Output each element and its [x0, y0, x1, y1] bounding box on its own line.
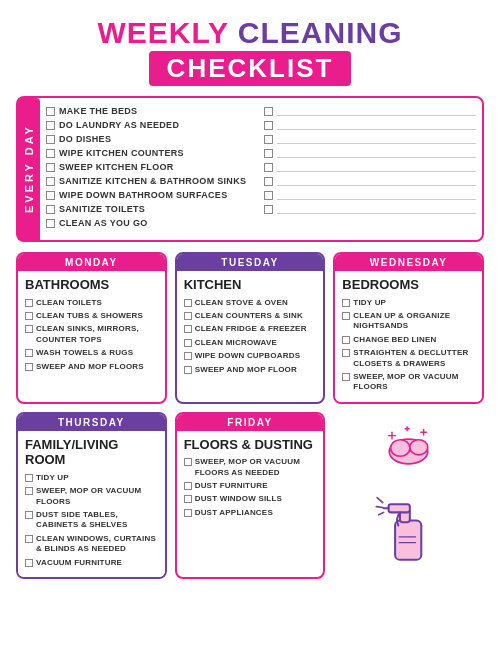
- checkbox[interactable]: [25, 312, 33, 320]
- checkbox[interactable]: [46, 191, 55, 200]
- blank-line: [264, 204, 476, 214]
- decorative-area: [333, 412, 484, 579]
- title-area: WEEKLY CLEANING CHECKLIST: [16, 16, 484, 86]
- svg-line-13: [377, 498, 383, 503]
- title-checklist: CHECKLIST: [149, 51, 352, 86]
- list-item: CLEAN COUNTERS & SINK: [184, 311, 317, 321]
- checkbox[interactable]: [184, 495, 192, 503]
- checkbox[interactable]: [46, 205, 55, 214]
- checkbox[interactable]: [184, 325, 192, 333]
- tuesday-subtitle: KITCHEN: [184, 277, 317, 293]
- svg-line-15: [378, 512, 383, 514]
- list-item: CLEAN AS YOU GO: [46, 218, 258, 228]
- checkbox[interactable]: [25, 299, 33, 307]
- checkbox[interactable]: [342, 299, 350, 307]
- friday-header: FRIDAY: [177, 414, 324, 431]
- checkbox[interactable]: [25, 559, 33, 567]
- checkbox[interactable]: [25, 349, 33, 357]
- list-item: DUST FURNITURE: [184, 481, 317, 491]
- svg-point-1: [391, 440, 410, 457]
- blank-line: [264, 134, 476, 144]
- list-item: SWEEP KITCHEN FLOOR: [46, 162, 258, 172]
- list-item: CLEAN SINKS, MIRRORS, COUNTER TOPS: [25, 324, 158, 345]
- list-item: DUST WINDOW SILLS: [184, 494, 317, 504]
- checkbox[interactable]: [25, 511, 33, 519]
- list-item: SWEEP, MOP OR VACUUM FLOORS AS NEEDED: [184, 457, 317, 478]
- checkbox[interactable]: [25, 535, 33, 543]
- list-item: TIDY UP: [25, 473, 158, 483]
- friday-body: FLOORS & DUSTING SWEEP, MOP OR VACUUM FL…: [177, 431, 324, 528]
- list-item: CLEAN TUBS & SHOWERS: [25, 311, 158, 321]
- list-item: SWEEP, MOP OR VACUUM FLOORS: [25, 486, 158, 507]
- svg-point-2: [410, 440, 428, 455]
- monday-header: MONDAY: [18, 254, 165, 271]
- list-item: DO DISHES: [46, 134, 258, 144]
- checkbox[interactable]: [342, 312, 350, 320]
- checkbox[interactable]: [184, 366, 192, 374]
- checkbox[interactable]: [342, 349, 350, 357]
- title-weekly: WEEKLY: [97, 16, 228, 49]
- list-item: SWEEP AND MOP FLOORS: [25, 362, 158, 372]
- list-item: CHANGE BED LINEN: [342, 335, 475, 345]
- checkbox[interactable]: [184, 352, 192, 360]
- wednesday-subtitle: BEDROOMS: [342, 277, 475, 293]
- checkbox[interactable]: [46, 149, 55, 158]
- checkbox[interactable]: [46, 135, 55, 144]
- checkbox[interactable]: [184, 312, 192, 320]
- checkbox[interactable]: [46, 163, 55, 172]
- list-item: WIPE DOWN BATHROOM SURFACES: [46, 190, 258, 200]
- checkbox[interactable]: [342, 336, 350, 344]
- list-item: CLEAN MICROWAVE: [184, 338, 317, 348]
- checkbox[interactable]: [264, 177, 273, 186]
- list-item: DUST APPLIANCES: [184, 508, 317, 518]
- checkbox[interactable]: [46, 177, 55, 186]
- checkbox[interactable]: [264, 121, 273, 130]
- checkbox[interactable]: [184, 458, 192, 466]
- title-cleaning: CLEANING: [238, 16, 403, 49]
- wednesday-card: WEDNESDAY BEDROOMS TIDY UP CLEAN UP & OR…: [333, 252, 484, 404]
- checkbox[interactable]: [264, 149, 273, 158]
- list-item: VACUUM FURNITURE: [25, 558, 158, 568]
- list-item: TIDY UP: [342, 298, 475, 308]
- blank-line: [264, 120, 476, 130]
- checkbox[interactable]: [264, 135, 273, 144]
- blank-line: [264, 162, 476, 172]
- list-item: WIPE DOWN CUPBOARDS: [184, 351, 317, 361]
- list-item: CLEAN TOILETS: [25, 298, 158, 308]
- list-item: MAKE THE BEDS: [46, 106, 258, 116]
- monday-body: BATHROOMS CLEAN TOILETS CLEAN TUBS & SHO…: [18, 271, 165, 381]
- list-item: CLEAN STOVE & OVEN: [184, 298, 317, 308]
- monday-card: MONDAY BATHROOMS CLEAN TOILETS CLEAN TUB…: [16, 252, 167, 404]
- checkbox[interactable]: [264, 205, 273, 214]
- checkbox[interactable]: [184, 299, 192, 307]
- everyday-col-tasks: MAKE THE BEDS DO LAUNDRY AS NEEDED DO DI…: [46, 106, 258, 232]
- checkbox[interactable]: [46, 107, 55, 116]
- sparkle-cloud-icon: [381, 423, 436, 473]
- list-item: SWEEP, MOP OR VACUUM FLOORS: [342, 372, 475, 393]
- checkbox[interactable]: [264, 163, 273, 172]
- svg-line-14: [376, 507, 383, 508]
- friday-subtitle: FLOORS & DUSTING: [184, 437, 317, 453]
- checkbox[interactable]: [25, 325, 33, 333]
- checkbox[interactable]: [25, 363, 33, 371]
- svg-rect-9: [395, 520, 421, 559]
- checkbox[interactable]: [184, 482, 192, 490]
- everyday-col-blanks: [264, 106, 476, 232]
- checkbox[interactable]: [342, 373, 350, 381]
- checkbox[interactable]: [46, 219, 55, 228]
- wednesday-header: WEDNESDAY: [335, 254, 482, 271]
- days-grid-bottom: THURSDAY FAMILY/LIVING ROOM TIDY UP SWEE…: [16, 412, 484, 579]
- checkbox[interactable]: [264, 191, 273, 200]
- checkbox[interactable]: [25, 487, 33, 495]
- checkbox[interactable]: [46, 121, 55, 130]
- spray-bottle-icon: [369, 478, 449, 568]
- checkbox[interactable]: [25, 474, 33, 482]
- list-item: DUST SIDE TABLES, CABINETS & SHELVES: [25, 510, 158, 531]
- thursday-subtitle: FAMILY/LIVING ROOM: [25, 437, 158, 468]
- checkbox[interactable]: [184, 339, 192, 347]
- checkbox[interactable]: [264, 107, 273, 116]
- list-item: SANITIZE KITCHEN & BATHROOM SINKS: [46, 176, 258, 186]
- blank-line: [264, 176, 476, 186]
- thursday-header: THURSDAY: [18, 414, 165, 431]
- checkbox[interactable]: [184, 509, 192, 517]
